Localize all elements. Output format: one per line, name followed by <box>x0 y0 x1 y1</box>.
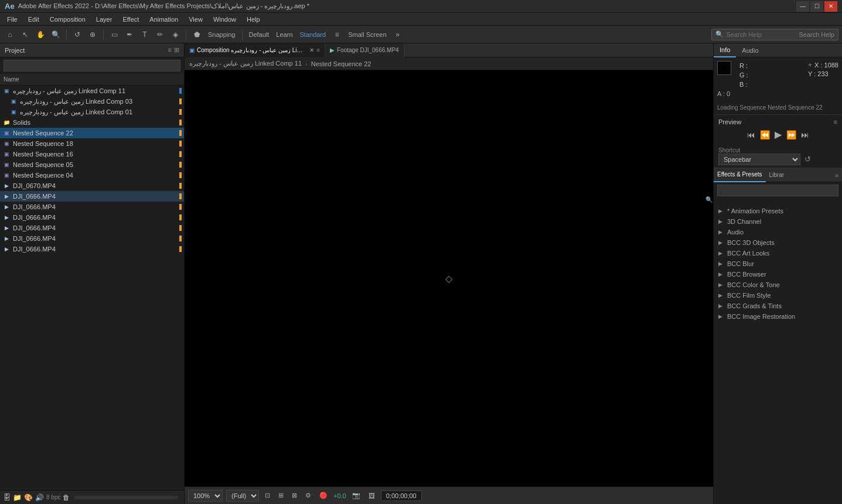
breadcrumb-left[interactable]: زمین عباس - رودبارچیره Linked Comp 11 <box>189 60 302 67</box>
safe-btn[interactable]: ⊞ <box>276 491 286 500</box>
home-button[interactable]: ⌂ <box>4 28 16 41</box>
workspace-standard[interactable]: Standard <box>298 31 329 38</box>
tab-composition-11[interactable]: ▣ Composition زمین عباس - رودبارچیره Lin… <box>185 43 325 57</box>
menu-item-window[interactable]: Window <box>209 15 241 24</box>
workspace-menu[interactable]: ≡ <box>330 28 343 41</box>
effect-item-0[interactable]: ▶ * Animation Presets <box>714 206 842 216</box>
tab-footage-dji[interactable]: ▶ Footage DJI_0666.MP4 <box>325 43 404 57</box>
workspace-small[interactable]: Small Screen <box>346 31 388 38</box>
breadcrumb-right[interactable]: Nested Sequence 22 <box>311 60 371 67</box>
menu-item-composition[interactable]: Composition <box>45 15 90 24</box>
menu-item-effect[interactable]: Effect <box>118 15 144 24</box>
effect-item-9[interactable]: ▶ BCC Grads & Tints <box>714 301 842 311</box>
project-item-15[interactable]: ▶ DJI_0666.MP4 <box>0 244 184 254</box>
project-footer-icon5[interactable]: 🗑 <box>63 493 70 502</box>
snapshot-btn[interactable]: 📷 <box>350 491 363 500</box>
quality-select[interactable]: (Full) <box>226 490 259 502</box>
shortcut-select[interactable]: Spacebar <box>718 154 800 165</box>
viewer-canvas[interactable]: ◇ <box>185 70 713 486</box>
timecode-display[interactable]: 0;00;00;00 <box>381 491 422 501</box>
preview-menu-icon[interactable]: ≡ <box>834 118 837 125</box>
maximize-button[interactable]: ☐ <box>810 1 823 12</box>
project-footer-icon1[interactable]: 🗄 <box>4 493 11 502</box>
pen-tool[interactable]: ✒ <box>123 28 136 41</box>
step-back-btn[interactable]: ⏪ <box>760 130 770 139</box>
project-icon-2[interactable]: ⊞ <box>174 46 179 54</box>
rect-tool[interactable]: ▭ <box>108 28 121 41</box>
zoom-select[interactable]: 100% <box>188 490 223 502</box>
project-item-6[interactable]: ▣ Nested Sequence 16 <box>0 149 184 159</box>
tab-audio[interactable]: Audio <box>736 43 764 57</box>
project-item-13[interactable]: ▶ DJI_0666.MP4 <box>0 223 184 233</box>
region-btn[interactable]: ⊡ <box>263 491 272 500</box>
show-snapshot-btn[interactable]: 🖼 <box>366 491 377 500</box>
project-footer-icon4[interactable]: 🔊 <box>35 493 44 502</box>
select-tool[interactable]: ↖ <box>19 28 32 41</box>
tab-library[interactable]: Librar <box>766 168 788 182</box>
project-item-11[interactable]: ▶ DJI_0666.MP4 <box>0 202 184 212</box>
rotate-tool[interactable]: ↺ <box>71 28 84 41</box>
go-start-btn[interactable]: ⏮ <box>747 130 755 139</box>
effect-item-5[interactable]: ▶ BCC Blur <box>714 258 842 269</box>
effect-item-8[interactable]: ▶ BCC Film Style <box>714 290 842 301</box>
menu-item-file[interactable]: File <box>2 15 22 24</box>
effect-item-6[interactable]: ▶ BCC Browser <box>714 269 842 280</box>
separator-2 <box>103 29 104 40</box>
project-item-7[interactable]: ▣ Nested Sequence 05 <box>0 159 184 170</box>
text-tool[interactable]: T <box>138 28 151 41</box>
effects-overflow-icon[interactable]: » <box>831 172 842 179</box>
tab-effects-presets[interactable]: Effects & Presets <box>714 168 766 182</box>
puppet-tool[interactable]: ⬟ <box>190 28 203 41</box>
project-menu-icon[interactable]: ≡ <box>168 46 172 54</box>
effect-item-4[interactable]: ▶ BCC Art Looks <box>714 248 842 258</box>
project-item-0[interactable]: ▣ زمین عباس - رودبارچیره Linked Comp 11 <box>0 86 184 96</box>
titlebar-controls[interactable]: — ☐ ✕ <box>796 1 837 12</box>
effect-item-3[interactable]: ▶ BCC 3D Objects <box>714 237 842 248</box>
project-item-tag-6 <box>179 151 182 157</box>
stamp-tool[interactable]: ◈ <box>169 28 182 41</box>
effects-search-input[interactable] <box>717 185 838 196</box>
tab-menu-icon[interactable]: ≡ <box>316 47 320 53</box>
project-item-9[interactable]: ▶ DJI_0670.MP4 <box>0 181 184 191</box>
workspace-overflow[interactable]: » <box>391 28 404 41</box>
comp-tab-close-icon[interactable]: ✕ <box>309 47 314 53</box>
project-item-8[interactable]: ▣ Nested Sequence 04 <box>0 170 184 181</box>
project-item-12[interactable]: ▶ DJI_0666.MP4 <box>0 212 184 223</box>
go-end-btn[interactable]: ⏭ <box>801 130 809 139</box>
effect-item-1[interactable]: ▶ 3D Channel <box>714 216 842 227</box>
channel-btn[interactable]: ⚙ <box>303 491 313 500</box>
project-search-input[interactable] <box>4 60 180 71</box>
play-btn[interactable]: ▶ <box>775 129 782 140</box>
project-item-5[interactable]: ▣ Nested Sequence 18 <box>0 138 184 149</box>
effect-item-10[interactable]: ▶ BCC Image Restoration <box>714 311 842 322</box>
color-btn[interactable]: 🔴 <box>317 491 330 500</box>
close-button[interactable]: ✕ <box>824 1 837 12</box>
zoom-tool[interactable]: 🔍 <box>49 28 62 41</box>
grid-btn[interactable]: ⊠ <box>289 491 299 500</box>
project-footer-icon3[interactable]: 🎨 <box>24 493 33 502</box>
effect-item-2[interactable]: ▶ Audio <box>714 227 842 237</box>
brush-tool[interactable]: ✏ <box>154 28 166 41</box>
hand-tool[interactable]: ✋ <box>34 28 47 41</box>
shortcut-refresh-btn[interactable]: ↺ <box>804 155 811 164</box>
project-item-3[interactable]: 📁 Solids <box>0 117 184 128</box>
step-fwd-btn[interactable]: ⏩ <box>786 130 796 139</box>
effect-item-7[interactable]: ▶ BCC Color & Tone <box>714 280 842 290</box>
project-item-4[interactable]: ▣ Nested Sequence 22 <box>0 128 184 138</box>
project-item-10[interactable]: ▶ DJI_0666.MP4 <box>0 191 184 202</box>
project-item-1[interactable]: ▣ زمین عباس - رودبارچیره Linked Comp 03 <box>0 96 184 107</box>
color-info: R : G : B : + X : 1088 Y : 233 A : 0 <box>714 57 842 101</box>
search-help-input[interactable] <box>726 31 796 38</box>
tab-info[interactable]: Info <box>714 43 736 57</box>
menu-item-animation[interactable]: Animation <box>145 15 183 24</box>
project-item-2[interactable]: ▣ زمین عباس - رودبارچیره Linked Comp 01 <box>0 107 184 117</box>
menu-item-layer[interactable]: Layer <box>91 15 117 24</box>
project-footer-icon2[interactable]: 📁 <box>13 493 22 502</box>
menu-item-edit[interactable]: Edit <box>23 15 44 24</box>
minimize-button[interactable]: — <box>796 1 809 12</box>
workspace-learn[interactable]: Learn <box>274 31 295 38</box>
menu-item-view[interactable]: View <box>184 15 207 24</box>
menu-item-help[interactable]: Help <box>242 15 265 24</box>
project-item-14[interactable]: ▶ DJI_0666.MP4 <box>0 233 184 244</box>
orbit-tool[interactable]: ⊕ <box>86 28 99 41</box>
